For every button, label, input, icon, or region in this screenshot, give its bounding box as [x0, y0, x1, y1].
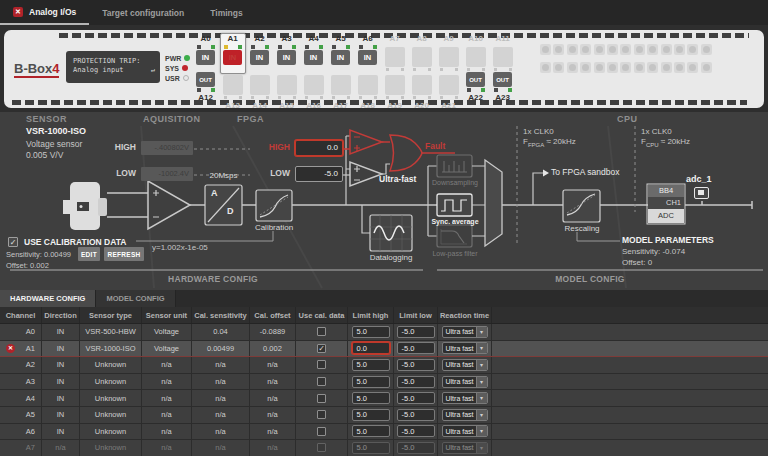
channel-a2[interactable]: A2IN [247, 33, 273, 74]
close-icon[interactable]: ✕ [13, 7, 23, 17]
tab-hardware-config[interactable]: HARDWARE CONFIG [0, 290, 96, 307]
channel-a8[interactable]: A8 [409, 33, 435, 74]
use-cal-checkbox[interactable] [317, 443, 326, 452]
limit-high-input[interactable]: 5.0 [352, 442, 390, 454]
reaction-time-select[interactable]: Ultra fast▾ [442, 442, 488, 454]
channel-a1[interactable]: A1IN [220, 33, 246, 74]
column-header-limit-low[interactable]: Limit low [394, 307, 438, 323]
use-cal-checkbox[interactable]: ✓ [317, 344, 326, 353]
chevron-down-icon[interactable]: ▾ [476, 426, 487, 436]
column-header-reaction-time[interactable]: Reaction time [438, 307, 492, 323]
use-calibration-checkbox[interactable]: ✓ [8, 237, 18, 247]
limit-high-input[interactable]: 5.0 [352, 326, 390, 338]
edit-button[interactable]: EDIT [78, 247, 100, 261]
channel-a21[interactable]: A21 [436, 71, 462, 112]
trip-low-input[interactable]: -5.0 [295, 166, 343, 182]
reaction-time-select[interactable]: Ultra fast▾ [442, 425, 488, 437]
limit-high-input[interactable]: 5.0 [352, 425, 390, 437]
limit-high-input[interactable]: 5.0 [352, 376, 390, 388]
limit-low-input[interactable]: -5.0 [397, 442, 435, 454]
channel-a5[interactable]: A5IN [328, 33, 354, 74]
column-header-use-cal-data[interactable]: Use cal. data [296, 307, 348, 323]
channel-a9[interactable]: A9 [436, 33, 462, 74]
table-row-a3[interactable]: A3INUnknownn/an/an/a5.0-5.0Ultra fast▾ [0, 374, 768, 391]
column-header-sensor-unit[interactable]: Sensor unit [142, 307, 192, 323]
column-header-sensor-type[interactable]: Sensor type [80, 307, 142, 323]
trip-high-input[interactable]: 0.0 [295, 140, 343, 156]
channel-a16[interactable]: A16 [301, 71, 327, 112]
limit-low-input[interactable]: -5.0 [397, 392, 435, 404]
use-cal-checkbox[interactable] [317, 427, 326, 436]
tab-timings[interactable]: Timings [197, 0, 255, 25]
to-fpga-sandbox-label: To FPGA sandbox [551, 167, 620, 177]
use-cal-checkbox[interactable] [317, 410, 326, 419]
chevron-down-icon[interactable]: ▾ [476, 410, 487, 420]
cell-direction: IN [42, 324, 80, 340]
limit-high-input[interactable]: 5.0 [352, 359, 390, 371]
channel-a6[interactable]: A6IN [355, 33, 381, 74]
use-cal-checkbox[interactable] [317, 327, 326, 336]
limit-high-input[interactable]: 5.0 [352, 409, 390, 421]
table-row-a4[interactable]: A4INUnknownn/an/an/a5.0-5.0Ultra fast▾ [0, 390, 768, 407]
column-header-cal-offset[interactable]: Cal. offset [250, 307, 296, 323]
cell-sensor-type: Unknown [80, 440, 142, 456]
limit-low-input[interactable]: -5.0 [397, 376, 435, 388]
chevron-down-icon[interactable]: ▾ [476, 377, 487, 387]
tab-analog-ios[interactable]: ✕ Analog I/Os [0, 0, 89, 25]
channel-a11[interactable]: A11 [490, 33, 516, 74]
module-pins [278, 96, 296, 100]
channel-a14[interactable]: A14 [247, 71, 273, 112]
use-cal-checkbox[interactable] [317, 377, 326, 386]
tab-target-configuration[interactable]: Target configuration [89, 0, 197, 25]
chevron-down-icon[interactable]: ▾ [476, 343, 487, 353]
reaction-time-select[interactable]: Ultra fast▾ [442, 342, 488, 354]
channel-a17[interactable]: A17 [328, 71, 354, 112]
channel-a18[interactable]: A18 [355, 71, 381, 112]
column-header-limit-high[interactable]: Limit high [348, 307, 394, 323]
channel-a23[interactable]: OUTA23 [490, 71, 516, 112]
channel-a4[interactable]: A4IN [301, 33, 327, 74]
limit-low-input[interactable]: -5.0 [397, 326, 435, 338]
channel-a0[interactable]: A0IN [193, 33, 219, 74]
limit-low-input[interactable]: -5.0 [397, 425, 435, 437]
chevron-down-icon[interactable]: ▾ [476, 393, 487, 403]
reaction-time-select[interactable]: Ultra fast▾ [442, 392, 488, 404]
limit-low-input[interactable]: -5.0 [397, 359, 435, 371]
cell-sensor-type: Unknown [80, 374, 142, 390]
limit-high-input[interactable]: 5.0 [352, 392, 390, 404]
channel-a20[interactable]: A20 [409, 71, 435, 112]
channel-a12[interactable]: OUTA12 [193, 71, 219, 112]
channel-a19[interactable]: A19 [382, 71, 408, 112]
limit-high-input[interactable]: 0.0 [352, 342, 390, 354]
table-row-a0[interactable]: A0INVSR-500-HBWVoltage0.04-0.08895.0-5.0… [0, 324, 768, 341]
column-header-channel[interactable]: Channel [0, 307, 42, 323]
pin-dark [332, 45, 336, 49]
reaction-time-select[interactable]: Ultra fast▾ [442, 409, 488, 421]
channel-a22[interactable]: OUTA22 [463, 71, 489, 112]
chevron-down-icon[interactable]: ▾ [476, 327, 487, 337]
channel-a10[interactable]: A10 [463, 33, 489, 74]
reaction-time-select[interactable]: Ultra fast▾ [442, 359, 488, 371]
use-cal-checkbox[interactable] [317, 360, 326, 369]
channel-a13[interactable]: A13 [220, 71, 246, 112]
channel-a3[interactable]: A3IN [274, 33, 300, 74]
table-row-a7[interactable]: A7n/aUnknownn/an/an/a5.0-5.0Ultra fast▾ [0, 440, 768, 456]
limit-low-input[interactable]: -5.0 [397, 342, 435, 354]
table-row-a2[interactable]: A2INUnknownn/an/an/a5.0-5.0Ultra fast▾ [0, 357, 768, 374]
use-cal-checkbox[interactable] [317, 394, 326, 403]
column-header-direction[interactable]: Direction [42, 307, 80, 323]
channel-a7[interactable]: A7 [382, 33, 408, 74]
reaction-time-select[interactable]: Ultra fast▾ [442, 326, 488, 338]
table-row-a1[interactable]: ✕A1INVSR-1000-ISOVoltage0.004990.002✓0.0… [0, 341, 768, 358]
column-header-cal-sensitivity[interactable]: Cal. sensitivity [192, 307, 250, 323]
tab-model-config[interactable]: MODEL CONFIG [96, 290, 175, 307]
refresh-button[interactable]: REFRESH [104, 247, 144, 261]
chevron-down-icon[interactable]: ▾ [476, 443, 487, 453]
table-row-a5[interactable]: A5INUnknownn/an/an/a5.0-5.0Ultra fast▾ [0, 407, 768, 424]
reaction-time-select[interactable]: Ultra fast▾ [442, 376, 488, 388]
table-row-a6[interactable]: A6INUnknownn/an/an/a5.0-5.0Ultra fast▾ [0, 424, 768, 441]
ultra-fast-label: Ultra-fast [379, 174, 416, 184]
chevron-down-icon[interactable]: ▾ [476, 360, 487, 370]
channel-a15[interactable]: A15 [274, 71, 300, 112]
limit-low-input[interactable]: -5.0 [397, 409, 435, 421]
